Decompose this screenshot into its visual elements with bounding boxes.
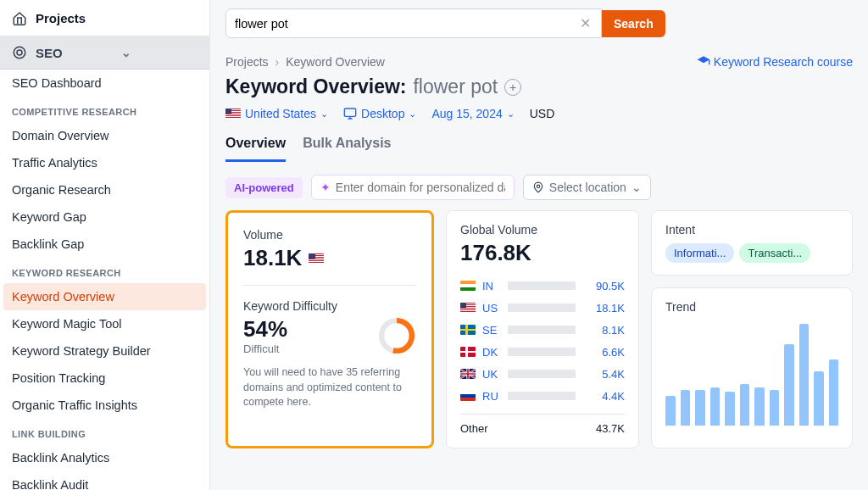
sidebar-item-traffic-analytics[interactable]: Traffic Analytics <box>0 149 209 176</box>
volume-label: Volume <box>243 228 416 242</box>
keyword-value: flower pot <box>413 75 498 98</box>
global-volume-item[interactable]: UK 5.4K <box>460 363 625 385</box>
trend-bar <box>710 387 721 426</box>
sidebar-section-keyword: KEYWORD RESEARCH <box>0 258 209 283</box>
trend-bar <box>665 396 676 426</box>
svg-point-0 <box>14 47 25 58</box>
trend-bar <box>740 384 750 426</box>
search-bar: ✕ Search <box>210 0 868 47</box>
trend-card: Trend <box>651 287 853 448</box>
country-dropdown[interactable]: United States ⌄ <box>225 107 328 120</box>
kd-row: 54% Difficult <box>243 316 416 355</box>
country-code: DK <box>482 346 501 359</box>
sidebar-item-keyword-strategy-builder[interactable]: Keyword Strategy Builder <box>0 337 209 365</box>
sidebar-item-backlink-audit[interactable]: Backlink Audit <box>0 471 209 490</box>
chevron-down-icon: ⌄ <box>409 109 416 120</box>
country-volume-value: 18.1K <box>582 302 625 315</box>
other-label: Other <box>460 422 488 435</box>
country-volume-value: 8.1K <box>582 324 625 337</box>
se-flag-icon <box>460 325 476 335</box>
global-volume-value: 176.8K <box>460 240 625 266</box>
global-volume-item[interactable]: SE 8.1K <box>460 319 625 341</box>
country-code: IN <box>482 280 501 292</box>
toolbar: AI-powered ✦ Select location ⌄ <box>210 163 868 210</box>
volume-bar <box>508 348 576 356</box>
difficulty-donut <box>377 316 416 355</box>
course-link[interactable]: Keyword Research course <box>697 55 853 69</box>
date-dropdown[interactable]: Aug 15, 2024 ⌄ <box>431 107 514 120</box>
sidebar-item-keyword-gap[interactable]: Keyword Gap <box>0 203 209 231</box>
breadcrumb-projects[interactable]: Projects <box>225 55 269 69</box>
breadcrumb: Projects › Keyword Overview Keyword Rese… <box>210 47 868 72</box>
sidebar-seo[interactable]: SEO ⌄ <box>0 36 209 70</box>
tabs: Overview Bulk Analysis <box>210 129 868 163</box>
kd-value: 54% <box>243 316 365 342</box>
intent-informational-badge[interactable]: Informati... <box>665 243 734 263</box>
country-code: US <box>482 302 501 315</box>
kd-text: 54% Difficult <box>243 316 365 355</box>
us-flag-icon <box>460 303 476 313</box>
intent-badges: Informati... Transacti... <box>665 243 838 263</box>
chevron-down-icon: ⌄ <box>320 109 328 120</box>
trend-bar <box>814 371 824 426</box>
global-volume-item[interactable]: US 18.1K <box>460 297 625 319</box>
sidebar-item-backlink-gap[interactable]: Backlink Gap <box>0 231 209 258</box>
domain-input-wrapper[interactable]: ✦ <box>311 175 515 200</box>
domain-input[interactable] <box>336 181 505 194</box>
kd-level: Difficult <box>243 342 365 355</box>
add-keyword-button[interactable]: + <box>504 79 521 96</box>
intent-label: Intent <box>665 223 838 237</box>
global-volume-other: Other 43.7K <box>460 414 625 436</box>
sidebar-item-organic-research[interactable]: Organic Research <box>0 176 209 203</box>
sidebar-projects[interactable]: Projects <box>0 0 209 36</box>
sidebar-item-keyword-magic-tool[interactable]: Keyword Magic Tool <box>0 310 209 337</box>
trend-bar <box>695 390 705 426</box>
trend-bar <box>784 344 794 426</box>
sidebar-item-backlink-analytics[interactable]: Backlink Analytics <box>0 444 209 471</box>
tab-bulk-analysis[interactable]: Bulk Analysis <box>303 129 391 162</box>
volume-card: Volume 18.1K Keyword Difficulty 54% Diff… <box>225 210 434 448</box>
volume-bar <box>508 370 576 378</box>
country-code: UK <box>482 368 501 381</box>
device-dropdown[interactable]: Desktop ⌄ <box>343 107 416 120</box>
trend-bar <box>725 392 735 426</box>
country-volume-value: 5.4K <box>582 368 625 381</box>
global-volume-item[interactable]: DK 6.6K <box>460 341 625 363</box>
divider <box>243 285 416 286</box>
chevron-down-icon: ⌄ <box>632 181 642 194</box>
house-icon <box>12 10 27 25</box>
sidebar-item-seo-dashboard[interactable]: SEO Dashboard <box>0 70 209 97</box>
sidebar-section-link: LINK BUILDING <box>0 419 209 444</box>
search-input[interactable] <box>235 17 578 31</box>
country-code: SE <box>482 324 501 337</box>
country-volume-value: 4.4K <box>582 390 625 403</box>
sidebar-item-position-tracking[interactable]: Position Tracking <box>0 365 209 392</box>
country-volume-value: 6.6K <box>582 346 625 359</box>
search-button[interactable]: Search <box>602 10 665 37</box>
sidebar-item-keyword-overview[interactable]: Keyword Overview <box>3 283 206 310</box>
ai-powered-badge: AI-powered <box>225 177 303 198</box>
clear-icon[interactable]: ✕ <box>578 15 593 31</box>
kd-label: Keyword Difficulty <box>243 299 416 313</box>
global-volume-label: Global Volume <box>460 223 625 237</box>
chevron-down-icon: ⌄ <box>121 46 198 59</box>
trend-chart <box>665 324 838 426</box>
global-volume-item[interactable]: RU 4.4K <box>460 385 625 407</box>
search-box[interactable]: ✕ <box>225 8 602 38</box>
intent-transactional-badge[interactable]: Transacti... <box>739 243 810 263</box>
location-dropdown[interactable]: Select location ⌄ <box>523 175 651 200</box>
global-volume-item[interactable]: IN 90.5K <box>460 275 625 297</box>
uk-flag-icon <box>460 369 476 379</box>
sidebar-section-competitive: COMPETITIVE RESEARCH <box>0 97 209 122</box>
trend-bar <box>770 390 780 426</box>
trend-bar <box>681 390 691 426</box>
sidebar-item-domain-overview[interactable]: Domain Overview <box>0 122 209 149</box>
volume-bar <box>508 281 576 290</box>
in-flag-icon <box>460 281 476 291</box>
sidebar-projects-label: Projects <box>36 11 86 25</box>
us-flag-icon <box>225 109 241 119</box>
sidebar: Projects SEO ⌄ SEO Dashboard COMPETITIVE… <box>0 0 210 490</box>
tab-overview[interactable]: Overview <box>225 129 286 162</box>
desktop-icon <box>343 107 357 120</box>
sidebar-item-organic-traffic-insights[interactable]: Organic Traffic Insights <box>0 392 209 419</box>
